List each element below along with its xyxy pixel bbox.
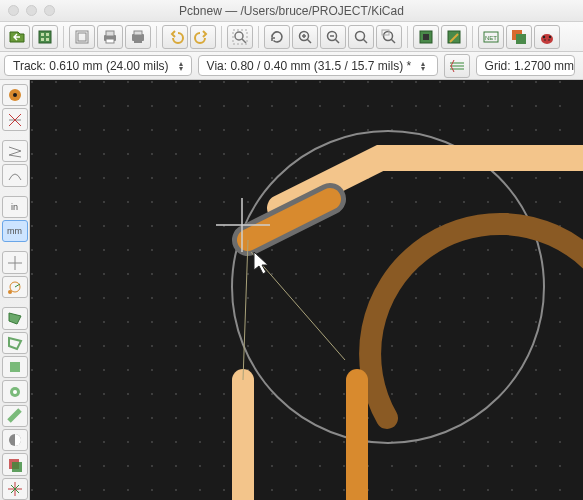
show-ratsnest-icon[interactable] <box>2 140 28 162</box>
cursor-shape-icon[interactable] <box>2 251 28 273</box>
undo-icon[interactable] <box>162 25 188 49</box>
redo-icon[interactable] <box>190 25 216 49</box>
plot-icon[interactable] <box>125 25 151 49</box>
show-layers-icon[interactable] <box>2 453 28 475</box>
show-zone-outlines-icon[interactable] <box>2 332 28 354</box>
origin-icon[interactable] <box>2 478 28 500</box>
show-tracks-icon[interactable] <box>2 405 28 427</box>
highlight-net-icon[interactable] <box>2 84 28 106</box>
svg-point-26 <box>541 34 553 44</box>
svg-rect-20 <box>423 34 429 40</box>
grid-label: Grid: 1.2700 mm <box>485 59 574 73</box>
window-controls <box>8 5 55 16</box>
track-width-label: Track: 0.610 mm (24.00 mils) <box>13 59 169 73</box>
svg-rect-9 <box>106 39 114 43</box>
units-mm-button[interactable]: mm <box>2 220 28 242</box>
minimize-window-icon[interactable] <box>26 5 37 16</box>
drc-icon[interactable] <box>534 25 560 49</box>
svg-rect-1 <box>41 33 44 36</box>
svg-rect-2 <box>46 33 49 36</box>
footprint-editor-icon[interactable] <box>441 25 467 49</box>
zoom-in-icon[interactable] <box>292 25 318 49</box>
stepper-icon: ▴▾ <box>417 61 429 71</box>
open-icon[interactable] <box>4 25 30 49</box>
svg-rect-3 <box>41 38 44 41</box>
grid-selector[interactable]: Grid: 1.2700 mm <box>476 55 575 76</box>
auto-track-width-icon[interactable] <box>444 54 470 78</box>
zoom-out-icon[interactable] <box>320 25 346 49</box>
svg-rect-25 <box>516 34 526 44</box>
svg-point-27 <box>543 35 545 37</box>
print-icon[interactable] <box>97 25 123 49</box>
zoom-window-icon[interactable] <box>348 25 374 49</box>
svg-rect-8 <box>106 31 114 36</box>
pcb-drawing <box>30 80 583 500</box>
show-vias-icon[interactable] <box>2 380 28 402</box>
show-filled-zones-icon[interactable] <box>2 307 28 329</box>
left-toolbar: in mm <box>0 80 30 500</box>
via-size-selector[interactable]: Via: 0.80 / 0.40 mm (31.5 / 15.7 mils) *… <box>198 55 438 76</box>
svg-rect-11 <box>134 31 142 35</box>
curved-ratsnest-icon[interactable] <box>2 164 28 186</box>
svg-point-28 <box>549 35 551 37</box>
layers-manager-icon[interactable] <box>506 25 532 49</box>
svg-point-37 <box>13 390 17 394</box>
svg-point-32 <box>13 93 17 97</box>
footprint-icon[interactable] <box>32 25 58 49</box>
show-pads-icon[interactable] <box>2 356 28 378</box>
high-contrast-icon[interactable] <box>2 429 28 451</box>
svg-rect-43 <box>30 80 583 500</box>
routing-bar: Track: 0.610 mm (24.00 mils) ▴▾ Via: 0.8… <box>0 52 583 80</box>
svg-rect-0 <box>39 31 51 43</box>
net-inspector-icon[interactable]: NET <box>478 25 504 49</box>
svg-point-34 <box>8 290 12 294</box>
svg-text:NET: NET <box>485 35 497 41</box>
maximize-window-icon[interactable] <box>44 5 55 16</box>
svg-rect-4 <box>46 38 49 41</box>
zoom-select-icon[interactable] <box>376 25 402 49</box>
svg-rect-6 <box>78 33 86 41</box>
main-toolbar: NET <box>0 22 583 52</box>
page-settings-icon[interactable] <box>69 25 95 49</box>
via-size-label: Via: 0.80 / 0.40 mm (31.5 / 15.7 mils) * <box>207 59 412 73</box>
pcb-canvas[interactable] <box>30 80 583 500</box>
zoom-fit-icon[interactable] <box>227 25 253 49</box>
close-window-icon[interactable] <box>8 5 19 16</box>
track-width-selector[interactable]: Track: 0.610 mm (24.00 mils) ▴▾ <box>4 55 192 76</box>
footprint-library-icon[interactable] <box>413 25 439 49</box>
hide-ratsnest-icon[interactable] <box>2 108 28 130</box>
svg-point-30 <box>548 39 550 41</box>
svg-rect-40 <box>12 462 22 472</box>
units-in-button[interactable]: in <box>2 196 28 218</box>
stepper-icon: ▴▾ <box>175 61 187 71</box>
svg-point-12 <box>235 32 243 40</box>
polar-coords-icon[interactable] <box>2 276 28 298</box>
svg-rect-35 <box>10 362 20 372</box>
window-title: Pcbnew — /Users/bruce/PROJECT/KiCad <box>0 4 583 18</box>
refresh-icon[interactable] <box>264 25 290 49</box>
titlebar: Pcbnew — /Users/bruce/PROJECT/KiCad <box>0 0 583 22</box>
svg-point-29 <box>544 39 546 41</box>
